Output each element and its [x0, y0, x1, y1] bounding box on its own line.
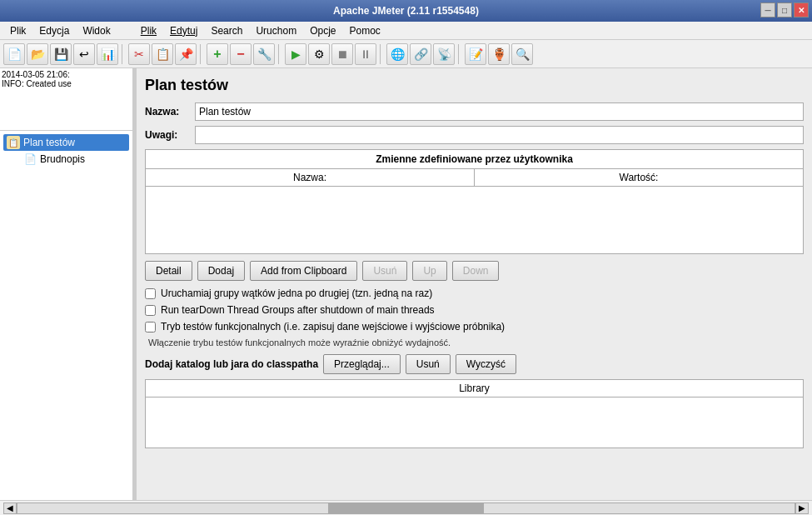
left-container: 2014-03-05 21:06: INFO: Created use 📋 Pl…: [0, 68, 133, 500]
cb3-checkbox[interactable]: [145, 322, 156, 332]
cb3-row: Tryb testów funkcjonalnych (i.e. zapisuj…: [145, 321, 804, 332]
cb2-checkbox[interactable]: [145, 305, 156, 316]
col-name: Nazwa:: [146, 169, 475, 186]
toolbar-new-btn[interactable]: 📄: [3, 43, 25, 65]
toolbar-remote-stop-btn[interactable]: 🔗: [410, 43, 431, 65]
tree-item-plan[interactable]: 📋 Plan testów: [3, 134, 129, 151]
toolbar-run-btn[interactable]: ▶: [285, 43, 306, 65]
toolbar-saveas-btn[interactable]: 📊: [97, 43, 118, 65]
plan-icon: 📋: [7, 136, 20, 149]
detail-button[interactable]: Detail: [145, 261, 192, 281]
menu-opcje[interactable]: Opcje: [303, 23, 342, 38]
classpath-row: Dodaj katalog lub jara do classpatha Prz…: [145, 354, 804, 374]
warning-text: Włączenie trybu testów funkcjonalnych mo…: [148, 338, 804, 348]
toolbar-remote-stopnow-btn[interactable]: 📡: [433, 43, 455, 65]
classpath-usun-button[interactable]: Usuń: [406, 354, 451, 374]
menu-uruchom[interactable]: Uruchom: [249, 23, 303, 38]
uwagi-input[interactable]: [195, 126, 804, 144]
toolbar-open-btn[interactable]: 📂: [27, 43, 48, 65]
toolbar-remote-run-btn[interactable]: 🌐: [386, 43, 408, 65]
add-from-clipboard-button[interactable]: Add from Clipboard: [250, 261, 357, 281]
scrollbar-thumb: [328, 503, 484, 513]
right-panel: Plan testów Nazwa: Uwagi: Zmienne zdefin…: [137, 68, 812, 500]
menu-plik[interactable]: Plik: [3, 23, 32, 38]
toolbar-copy-btn[interactable]: 📋: [152, 43, 173, 65]
toolbar-stop-btn[interactable]: ⏹: [331, 43, 353, 65]
dodaj-button[interactable]: Dodaj: [197, 261, 245, 281]
toolbar-collapse-btn[interactable]: −: [230, 43, 252, 65]
scroll-right-btn[interactable]: ▶: [795, 502, 809, 514]
toolbar: 📄 📂 💾 ↩ 📊 ✂ 📋 📌 + − 🔧 ▶ ⚙: [0, 40, 812, 68]
log-line-1: 2014-03-05 21:06:: [2, 70, 131, 79]
toolbar-revert-btn[interactable]: ↩: [73, 43, 95, 65]
toolbar-search-btn[interactable]: 🔍: [511, 43, 533, 65]
name-row: Nazwa:: [145, 102, 804, 121]
separator-4: [380, 44, 383, 64]
separator-5: [458, 44, 461, 64]
window-controls: ─ □ ✕: [760, 2, 809, 18]
menu-bar: Plik Edycja Widok Plik Edytuj Search Uru…: [0, 22, 812, 40]
user-vars-table-body: [146, 187, 803, 253]
menu-edycja[interactable]: Edycja: [32, 23, 76, 38]
usun-button[interactable]: Usuń: [362, 261, 407, 281]
toolbar-save-btn[interactable]: 💾: [50, 43, 72, 65]
status-bar: ◀ ▶: [0, 500, 812, 515]
cb1-checkbox[interactable]: [145, 288, 156, 299]
uwagi-label: Uwagi:: [145, 129, 195, 141]
user-vars-section: Zmienne zdefiniowane przez użytkownika N…: [145, 149, 804, 254]
scratch-icon: 📄: [23, 152, 37, 166]
toolbar-log-btn[interactable]: 📝: [465, 43, 486, 65]
wyczysc-button[interactable]: Wyczyść: [456, 354, 516, 374]
scrollbar-track[interactable]: [17, 502, 795, 514]
menu-pomoc[interactable]: Pomoc: [343, 23, 387, 38]
library-header: Library: [146, 380, 803, 398]
toolbar-stopnow-btn[interactable]: ⏸: [355, 43, 376, 65]
toolbar-paste-btn[interactable]: 📌: [175, 43, 197, 65]
minimize-button[interactable]: ─: [760, 2, 775, 18]
table-header: Nazwa: Wartość:: [146, 169, 803, 187]
maximize-button[interactable]: □: [777, 2, 792, 18]
toolbar-expand-btn[interactable]: +: [207, 43, 228, 65]
scroll-left-btn[interactable]: ◀: [3, 502, 17, 514]
cb1-label: Uruchamiaj grupy wątków jedna po drugiej…: [161, 288, 432, 299]
cb1-row: Uruchamiaj grupy wątków jedna po drugiej…: [145, 288, 804, 299]
panel-title: Plan testów: [145, 77, 804, 94]
separator-2: [200, 44, 203, 64]
separator-3: [278, 44, 281, 64]
separator-1: [122, 44, 125, 64]
library-body: [146, 398, 803, 448]
col-value: Wartość:: [475, 169, 803, 186]
name-label: Nazwa:: [145, 106, 195, 118]
action-buttons-row: Detail Dodaj Add from Clipboard Usuń Up …: [145, 261, 804, 281]
app-title: Apache JMeter (2.11 r1554548): [333, 5, 479, 17]
tree-item-scratch[interactable]: 📄 Brudnopis: [20, 151, 129, 168]
cb3-label: Tryb testów funkcjonalnych (i.e. zapisuj…: [161, 321, 505, 332]
classpath-label: Dodaj katalog lub jara do classpatha: [145, 358, 318, 370]
library-box: Library: [145, 379, 804, 448]
title-bar: Apache JMeter (2.11 r1554548) ─ □ ✕: [0, 0, 812, 22]
down-button[interactable]: Down: [452, 261, 500, 281]
tree-item-plan-label: Plan testów: [23, 137, 75, 148]
toolbar-config-btn[interactable]: ⚙: [308, 43, 330, 65]
log-line-2: INFO: Created use: [2, 79, 131, 88]
toolbar-cut-btn[interactable]: ✂: [128, 43, 150, 65]
cb2-row: Run tearDown Thread Groups after shutdow…: [145, 304, 804, 316]
przegladaj-button[interactable]: Przeglądaj...: [323, 354, 401, 374]
name-input[interactable]: [195, 102, 804, 121]
close-button[interactable]: ✕: [794, 2, 809, 18]
menu-plik2[interactable]: Plik: [134, 23, 163, 38]
log-panel: 2014-03-05 21:06: INFO: Created use: [0, 68, 133, 131]
menu-widok[interactable]: Widok: [76, 23, 117, 38]
menu-edytuj[interactable]: Edytuj: [163, 23, 204, 38]
tree-item-scratch-label: Brudnopis: [40, 153, 85, 165]
uwagi-row: Uwagi:: [145, 126, 804, 144]
cb2-label: Run tearDown Thread Groups after shutdow…: [161, 304, 435, 316]
up-button[interactable]: Up: [412, 261, 446, 281]
user-vars-title: Zmienne zdefiniowane przez użytkownika: [146, 150, 803, 169]
toolbar-toggle-btn[interactable]: 🔧: [253, 43, 275, 65]
tree-area: 📋 Plan testów 📄 Brudnopis: [0, 131, 132, 500]
toolbar-result-btn[interactable]: 🏺: [488, 43, 510, 65]
menu-search[interactable]: Search: [204, 23, 249, 38]
